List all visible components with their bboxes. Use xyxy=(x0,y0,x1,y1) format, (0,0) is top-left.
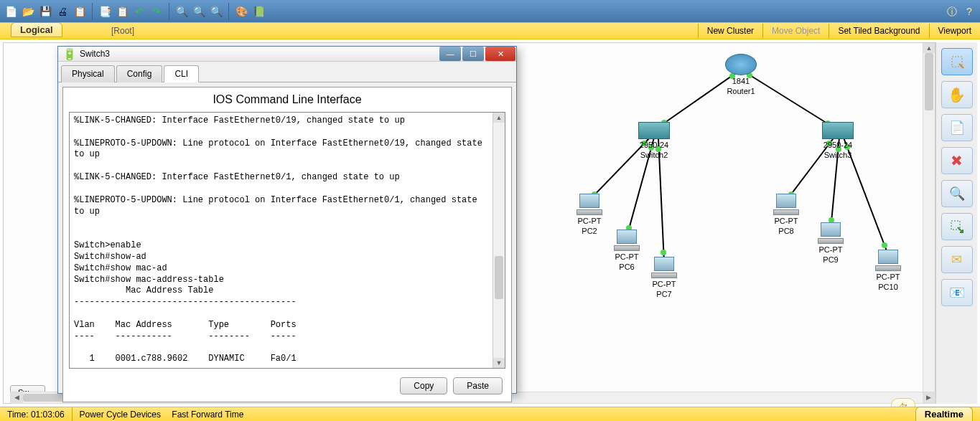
canvas-vertical-scrollbar[interactable]: ▲ ▼ xyxy=(923,43,935,403)
window-title: Switch3 xyxy=(80,49,439,59)
config-tabs: Physical Config CLI xyxy=(58,62,516,82)
tab-cli[interactable]: CLI xyxy=(164,65,199,82)
set-background-button[interactable]: Set Tiled Background xyxy=(829,24,928,38)
window-titlebar[interactable]: 🔋 Switch3 — ☐ ✕ xyxy=(58,47,516,62)
device-router1[interactable]: 1841 Router1 xyxy=(725,54,757,95)
cli-button-row: Copy Paste xyxy=(63,374,511,402)
device-name-label: PC6 xyxy=(614,262,640,271)
inspect-tool-icon[interactable]: 🔍 xyxy=(941,180,973,207)
close-button[interactable]: ✕ xyxy=(485,47,515,61)
svg-point-28 xyxy=(882,242,887,248)
tab-config[interactable]: Config xyxy=(116,65,163,82)
cli-terminal-wrap: %LINK-5-CHANGED: Interface FastEthernet0… xyxy=(69,112,505,369)
logical-tab[interactable]: Logical xyxy=(11,22,62,37)
realtime-tab[interactable]: Realtime xyxy=(915,407,973,421)
scroll-right-icon[interactable]: ▶ xyxy=(923,392,935,403)
device-name-label: PC8 xyxy=(773,227,799,235)
scroll-up-icon[interactable]: ▲ xyxy=(493,113,505,123)
device-pc10[interactable]: PC-PT PC10 xyxy=(875,250,901,291)
zoom-reset-icon[interactable]: 🔍 xyxy=(191,4,207,19)
device-type-label: PC-PT xyxy=(875,273,901,281)
pc-icon xyxy=(773,194,799,215)
cli-scrollbar[interactable]: ▲ ▼ xyxy=(493,113,505,368)
palette-icon[interactable]: 🎨 xyxy=(233,4,249,19)
device-name-label: PC10 xyxy=(875,283,901,291)
scroll-up-icon[interactable]: ▲ xyxy=(923,43,935,53)
device-pc7[interactable]: PC-PT PC7 xyxy=(651,257,677,298)
hand-tool-icon[interactable]: ✋ xyxy=(941,81,973,108)
scroll-down-icon[interactable]: ▼ xyxy=(493,358,505,368)
device-model-label: 2950-24 xyxy=(822,141,854,149)
new-file-icon[interactable]: 📄 xyxy=(3,4,19,19)
device-type-label: PC-PT xyxy=(773,217,799,225)
minimize-button[interactable]: — xyxy=(439,47,461,61)
cli-terminal[interactable]: %LINK-5-CHANGED: Interface FastEthernet0… xyxy=(70,113,493,368)
info-icon[interactable]: ⓘ xyxy=(944,4,960,19)
device-name-label: PC9 xyxy=(818,255,844,264)
delete-tool-icon[interactable]: ✖ xyxy=(941,147,973,174)
breadcrumb-root[interactable]: [Root] xyxy=(111,26,134,36)
maximize-button[interactable]: ☐ xyxy=(462,47,484,61)
device-type-label: PC-PT xyxy=(818,245,844,254)
paste-button[interactable]: Paste xyxy=(453,377,503,394)
cli-heading: IOS Command Line Interface xyxy=(63,87,511,112)
redo-icon[interactable]: ↷ xyxy=(149,4,164,19)
toolbar-divider xyxy=(228,3,229,20)
device-name-label: Switch2 xyxy=(638,151,670,159)
scroll-thumb[interactable] xyxy=(495,256,503,299)
device-name-label: PC7 xyxy=(651,290,677,298)
pc-icon xyxy=(651,257,677,278)
device-pc2[interactable]: PC-PT PC2 xyxy=(577,194,602,235)
status-bar: Time: 01:03:06 Power Cycle Devices Fast … xyxy=(0,407,980,421)
pc-icon xyxy=(875,250,901,271)
copy-icon[interactable]: 📑 xyxy=(97,4,113,19)
cli-panel: IOS Command Line Interface %LINK-5-CHANG… xyxy=(62,87,512,402)
resize-tool-icon[interactable] xyxy=(941,213,973,240)
undo-icon[interactable]: ↶ xyxy=(131,4,147,19)
add-simple-pdu-icon[interactable]: ✉ xyxy=(941,246,973,273)
device-switch3[interactable]: 2950-24 Switch3 xyxy=(822,122,854,159)
device-pc9[interactable]: PC-PT PC9 xyxy=(818,222,844,264)
save-icon[interactable]: 💾 xyxy=(37,4,53,19)
add-complex-pdu-icon[interactable]: 📧 xyxy=(941,279,973,306)
note-tool-icon[interactable]: 📄 xyxy=(941,114,973,141)
select-tool-icon[interactable] xyxy=(941,48,973,75)
copy-button[interactable]: Copy xyxy=(400,377,447,394)
toolbar-divider xyxy=(92,3,93,20)
device-model-label: 1841 xyxy=(725,77,757,85)
router-icon xyxy=(725,54,757,75)
time-display: Time: 01:03:06 xyxy=(0,407,73,421)
device-name-label: Switch3 xyxy=(822,151,854,159)
device-pc8[interactable]: PC-PT PC8 xyxy=(773,194,799,235)
open-file-icon[interactable]: 📂 xyxy=(20,4,36,19)
device-pc6[interactable]: PC-PT PC6 xyxy=(614,230,640,271)
move-object-button[interactable]: Move Object xyxy=(762,24,829,38)
print-icon[interactable]: 🖨 xyxy=(55,4,70,19)
help-icon[interactable]: ? xyxy=(961,4,977,19)
tab-physical[interactable]: Physical xyxy=(61,65,115,82)
scroll-thumb[interactable] xyxy=(925,53,933,110)
new-cluster-button[interactable]: New Cluster xyxy=(698,24,762,38)
zoom-in-icon[interactable]: 🔍 xyxy=(174,4,190,19)
device-name-label: Router1 xyxy=(725,87,757,95)
zoom-out-icon[interactable]: 🔍 xyxy=(208,4,224,19)
device-type-label: PC-PT xyxy=(614,252,640,261)
window-app-icon: 🔋 xyxy=(62,47,77,61)
switch-icon xyxy=(822,122,854,139)
fast-forward-button[interactable]: Fast Forward Time xyxy=(172,410,243,420)
activity-wizard-icon[interactable]: 📋 xyxy=(72,4,88,19)
power-cycle-button[interactable]: Power Cycle Devices xyxy=(80,410,161,420)
device-model-label: 2950-24 xyxy=(638,141,670,149)
device-switch2[interactable]: 2950-24 Switch2 xyxy=(638,122,670,159)
custom-devices-icon[interactable]: 📗 xyxy=(251,4,266,19)
svg-point-19 xyxy=(661,250,666,255)
toolbar-divider xyxy=(169,3,169,20)
pc-icon xyxy=(818,222,844,244)
device-type-label: PC-PT xyxy=(651,280,677,288)
viewport-button[interactable]: Viewport xyxy=(929,24,980,38)
workspace-bar: Logical [Root] New Cluster Move Object S… xyxy=(0,22,980,39)
scroll-left-icon[interactable]: ◀ xyxy=(11,392,23,403)
pc-icon xyxy=(614,230,640,251)
paste-icon[interactable]: 📋 xyxy=(114,4,130,19)
switch-icon xyxy=(638,122,670,139)
